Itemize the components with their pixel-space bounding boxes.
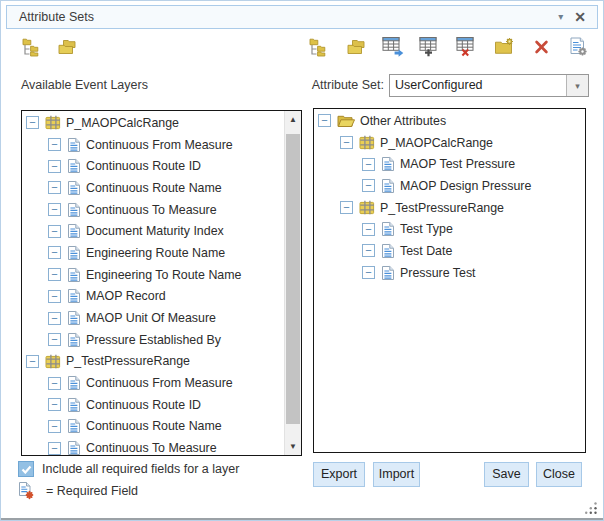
tree-item-test-type[interactable]: −Test Type — [314, 218, 585, 240]
tree-item-document-maturity-index[interactable]: −Document Maturity Index — [22, 220, 284, 242]
title-bar: Attribute Sets ▾ ✕ — [6, 5, 598, 29]
tree-item-label: Pressure Test — [400, 266, 476, 280]
new-attribute-group-button[interactable] — [493, 38, 515, 60]
include-required-fields-checkbox[interactable] — [18, 461, 34, 477]
collapse-box-icon[interactable]: − — [48, 203, 61, 216]
dialog-title: Attribute Sets — [7, 10, 94, 24]
export-attribute-set-button[interactable] — [382, 38, 404, 60]
tree-item-label: Continuous Route Name — [86, 181, 222, 195]
close-icon[interactable]: ✕ — [574, 10, 586, 24]
collapse-box-icon[interactable]: − — [48, 225, 61, 238]
configure-attributes-button[interactable] — [567, 38, 589, 60]
field-icon — [67, 180, 81, 196]
include-required-fields-label[interactable]: Include all required fields for a layer — [42, 462, 239, 476]
import-button[interactable]: Import — [373, 462, 420, 487]
collapse-box-icon[interactable]: − — [362, 158, 375, 171]
tree-item-continuous-from-measure[interactable]: −Continuous From Measure — [22, 372, 284, 394]
event-layer-icon — [359, 135, 375, 150]
expand-attribute-set-button[interactable] — [308, 38, 330, 60]
close-button[interactable]: Close — [536, 462, 582, 487]
tree-item-label: P_MAOPCalcRange — [66, 116, 179, 130]
field-icon — [67, 418, 81, 434]
tree-item-p-maopcalcrange[interactable]: −P_MAOPCalcRange — [314, 132, 585, 154]
tree-item-p-testpressurerange[interactable]: −P_TestPressureRange — [314, 197, 585, 219]
collapse-box-icon[interactable]: − — [48, 398, 61, 411]
tree-item-label: Continuous Route ID — [86, 398, 201, 412]
collapse-box-icon[interactable]: − — [48, 181, 61, 194]
save-button[interactable]: Save — [484, 462, 529, 487]
collapse-box-icon[interactable]: − — [48, 333, 61, 346]
tree-item-label: P_TestPressureRange — [66, 354, 190, 368]
vertical-scrollbar[interactable]: ▲ ▼ — [284, 111, 301, 455]
add-attribute-set-button[interactable] — [419, 38, 441, 60]
collapse-box-icon[interactable]: − — [48, 442, 61, 455]
tree-item-p-testpressurerange[interactable]: −P_TestPressureRange — [22, 351, 284, 373]
required-field-icon — [18, 481, 35, 500]
export-button[interactable]: Export — [313, 462, 365, 487]
collapse-box-icon[interactable]: − — [362, 223, 375, 236]
collapse-box-icon[interactable]: − — [26, 355, 39, 368]
tree-item-label: Engineering Route Name — [86, 246, 225, 260]
scroll-up-icon[interactable]: ▲ — [285, 111, 301, 128]
delete-attribute-set-button[interactable] — [456, 38, 478, 60]
collapse-box-icon[interactable]: − — [48, 290, 61, 303]
tree-item-label: MAOP Record — [86, 289, 166, 303]
event-layer-icon — [45, 354, 61, 369]
collapse-box-icon[interactable]: − — [362, 266, 375, 279]
toolbar — [21, 37, 589, 60]
window-controls: ▾ ✕ — [558, 10, 597, 24]
tree-item-label: Pressure Established By — [86, 333, 221, 347]
tree-item-p-maopcalcrange[interactable]: −P_MAOPCalcRange — [22, 112, 284, 134]
tree-item-maop-unit-of-measure[interactable]: −MAOP Unit Of Measure — [22, 307, 284, 329]
collapse-box-icon[interactable]: − — [362, 179, 375, 192]
collapse-box-icon[interactable]: − — [340, 201, 353, 214]
collapse-box-icon[interactable]: − — [48, 420, 61, 433]
collapse-box-icon[interactable]: − — [48, 377, 61, 390]
collapse-box-icon[interactable]: − — [340, 136, 353, 149]
collapse-caret-icon[interactable]: ▾ — [558, 12, 563, 22]
collapse-box-icon[interactable]: − — [26, 116, 39, 129]
tree-item-continuous-route-id[interactable]: −Continuous Route ID — [22, 394, 284, 416]
tree-item-continuous-from-measure[interactable]: −Continuous From Measure — [22, 134, 284, 156]
tree-item-pressure-test[interactable]: −Pressure Test — [314, 262, 585, 284]
tree-item-label: Continuous To Measure — [86, 441, 217, 455]
tree-item-continuous-route-id[interactable]: −Continuous Route ID — [22, 155, 284, 177]
attribute-set-dropdown[interactable]: UserConfigured ▾ — [389, 74, 589, 97]
attribute-sets-dialog: Attribute Sets ▾ ✕ Available Event Layer… — [0, 0, 604, 521]
tree-item-continuous-to-measure[interactable]: −Continuous To Measure — [22, 437, 284, 456]
collapse-box-icon[interactable]: − — [48, 138, 61, 151]
expand-event-layers-button[interactable] — [21, 38, 43, 60]
collapse-box-icon[interactable]: − — [48, 268, 61, 281]
collapse-event-layers-button[interactable] — [56, 38, 78, 60]
tree-item-engineering-route-name[interactable]: −Engineering Route Name — [22, 242, 284, 264]
tree-item-label: Continuous Route ID — [86, 159, 201, 173]
field-icon — [381, 178, 395, 194]
collapse-box-icon[interactable]: − — [48, 246, 61, 259]
collapse-box-icon[interactable]: − — [48, 312, 61, 325]
tree-item-label: Continuous Route Name — [86, 419, 222, 433]
tree-item-engineering-to-route-name[interactable]: −Engineering To Route Name — [22, 264, 284, 286]
scroll-down-icon[interactable]: ▼ — [285, 438, 301, 455]
dropdown-caret-icon[interactable]: ▾ — [566, 75, 588, 96]
tree-item-continuous-route-name[interactable]: −Continuous Route Name — [22, 177, 284, 199]
tree-item-maop-test-pressure[interactable]: −MAOP Test Pressure — [314, 153, 585, 175]
tree-item-label: Test Type — [400, 222, 453, 236]
collapse-box-icon[interactable]: − — [48, 160, 61, 173]
collapse-box-icon[interactable]: − — [362, 244, 375, 257]
collapse-box-icon[interactable]: − — [318, 114, 331, 127]
field-icon — [381, 221, 395, 237]
tree-item-other-attributes[interactable]: −Other Attributes — [314, 110, 585, 132]
section-labels: Available Event Layers Attribute Set: Us… — [21, 74, 589, 98]
remove-item-button[interactable] — [530, 38, 552, 60]
collapse-attribute-set-button[interactable] — [345, 38, 367, 60]
resize-grip-icon[interactable] — [584, 501, 598, 515]
required-field-legend: = Required Field — [18, 481, 138, 500]
scrollbar-thumb[interactable] — [286, 134, 300, 424]
tree-item-maop-record[interactable]: −MAOP Record — [22, 286, 284, 308]
tree-item-pressure-established-by[interactable]: −Pressure Established By — [22, 329, 284, 351]
tree-item-maop-design-pressure[interactable]: −MAOP Design Pressure — [314, 175, 585, 197]
event-layer-icon — [359, 200, 375, 215]
tree-item-test-date[interactable]: −Test Date — [314, 240, 585, 262]
tree-item-continuous-to-measure[interactable]: −Continuous To Measure — [22, 199, 284, 221]
tree-item-continuous-route-name[interactable]: −Continuous Route Name — [22, 416, 284, 438]
